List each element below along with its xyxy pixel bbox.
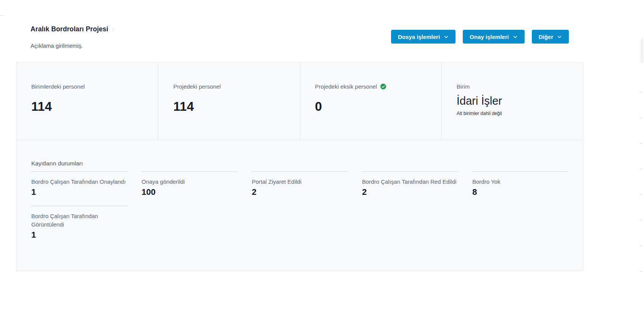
statuses-heading: Kayıtların durumları (31, 160, 583, 167)
scrollbar-tick (639, 168, 643, 170)
chevron-down-icon (513, 34, 518, 39)
summary-label-text: Projedeki eksik personel (315, 83, 377, 90)
scrollbar-tick (639, 271, 643, 272)
summary-label: Birim (457, 83, 575, 90)
vertical-scrollbar[interactable] (639, 0, 644, 327)
scrollbar-thumb[interactable] (641, 38, 644, 63)
status-label: Portal Ziyaret Edildi (252, 178, 348, 186)
status-item-viewed-by-employee: Bordro Çalışan Tarafından Görüntülendi 1 (31, 206, 127, 240)
scrollbar-tick (639, 220, 643, 221)
summary-value: 114 (31, 99, 150, 114)
status-item-sent-for-approval: Onaya gönderildi 100 (142, 171, 238, 197)
other-button[interactable]: Diğer (532, 30, 569, 44)
chevron-down-icon (444, 34, 449, 39)
summary-label: Projedeki personel (173, 83, 292, 90)
status-item-no-payroll: Bordro Yok 8 (472, 171, 568, 197)
status-label: Bordro Çalışan Tarafından Red Edildi (362, 178, 458, 186)
status-grid: Bordro Çalışan Tarafından Onaylandı 1 On… (31, 171, 583, 240)
page-title: Aralık Bordroları Projesi (31, 25, 108, 33)
scrollbar-tick (639, 245, 643, 246)
summary-value: 0 (315, 99, 434, 114)
summary-value: 114 (173, 99, 292, 114)
page-subtitle: Açıklama girilmemiş. (31, 42, 115, 49)
check-circle-icon (380, 84, 386, 89)
status-value: 1 (31, 230, 127, 240)
scrollbar-tick (639, 92, 643, 93)
status-value: 2 (252, 187, 348, 197)
other-label: Diğer (539, 34, 553, 40)
status-item-rejected-by-employee: Bordro Çalışan Tarafından Red Edildi 2 (362, 171, 458, 197)
edge-artifact (0, 15, 4, 16)
chevron-down-icon (557, 34, 562, 39)
approval-operations-label: Onay işlemleri (470, 34, 509, 40)
status-item-approved-by-employee: Bordro Çalışan Tarafından Onaylandı 1 (31, 171, 127, 197)
status-value: 1 (31, 187, 127, 197)
scrollbar-tick (639, 194, 643, 195)
status-label: Bordro Yok (472, 178, 568, 186)
status-value: 100 (142, 187, 238, 197)
status-label: Bordro Çalışan Tarafından Onaylandı (31, 178, 127, 186)
summary-cell-missing-personnel: Projedeki eksik personel 0 (300, 63, 441, 140)
summary-label: Birimlerdeki personel (31, 83, 150, 90)
summary-cell-project-personnel: Projedeki personel 114 (158, 63, 299, 140)
unit-note: Alt birimler dahil değil (457, 111, 575, 116)
toolbar: Dosya işlemleri Onay işlemleri Diğer (391, 30, 569, 44)
file-operations-label: Dosya işlemleri (398, 34, 440, 40)
record-statuses-section: Kayıtların durumları Bordro Çalışan Tara… (16, 140, 583, 240)
title-count-badge: 9 (112, 26, 115, 32)
approval-operations-button[interactable]: Onay işlemleri (463, 30, 525, 44)
scrollbar-tick (639, 143, 643, 144)
summary-cell-unit-personnel: Birimlerdeki personel 114 (16, 63, 158, 140)
unit-name: İdari İşler (457, 95, 575, 107)
summary-cell-unit: Birim İdari İşler Alt birimler dahil değ… (441, 63, 583, 140)
status-label: Bordro Çalışan Tarafından Görüntülendi (31, 212, 127, 229)
file-operations-button[interactable]: Dosya işlemleri (391, 30, 456, 44)
status-value: 2 (362, 187, 458, 197)
project-summary-card: Birimlerdeki personel 114 Projedeki pers… (16, 62, 583, 271)
summary-row: Birimlerdeki personel 114 Projedeki pers… (16, 63, 583, 140)
scrollbar-tick (639, 117, 643, 118)
status-value: 8 (472, 187, 568, 197)
status-label: Onaya gönderildi (142, 178, 238, 186)
summary-label: Projedeki eksik personel (315, 83, 434, 90)
status-item-portal-visited: Portal Ziyaret Edildi 2 (252, 171, 348, 197)
page-header: Aralık Bordroları Projesi9 Açıklama giri… (31, 25, 115, 49)
